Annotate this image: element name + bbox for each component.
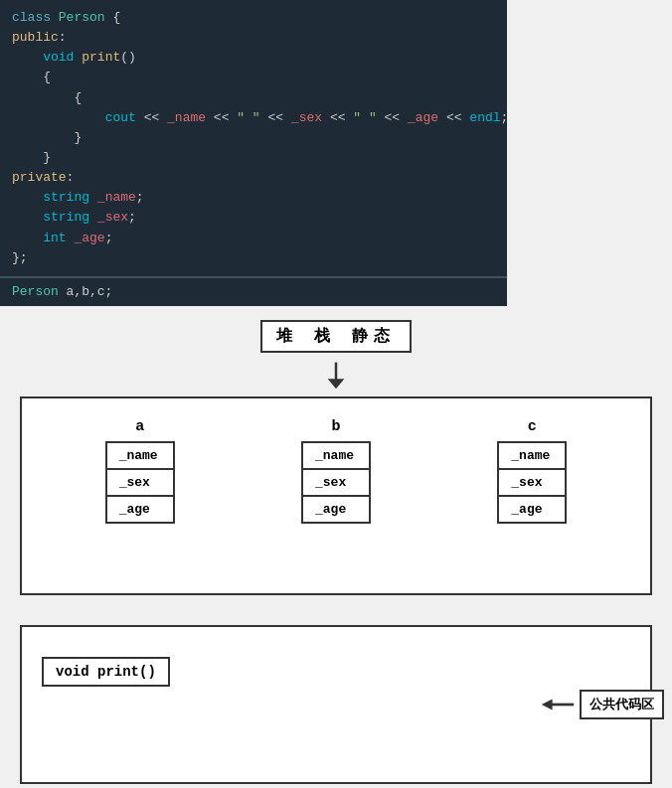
code-line-6: cout << _name << " " << _sex << " " << _…: [12, 108, 495, 128]
object-a-name-field: _name: [105, 441, 175, 470]
code-line-2: public:: [12, 28, 495, 48]
object-c-label: c: [528, 418, 537, 435]
code-line-13: };: [12, 248, 495, 268]
arrow-down: [10, 361, 662, 391]
object-a-sex-field: _sex: [105, 468, 175, 497]
person-declaration-line: Person a,b,c;: [0, 278, 507, 306]
heap-stack-static-label: 堆 栈 静态: [260, 320, 411, 353]
object-b-label: b: [331, 418, 340, 435]
svg-marker-3: [542, 700, 553, 710]
code-line-9: private:: [12, 168, 495, 188]
code-line-7: }: [12, 128, 495, 148]
code-line-3: void print(): [12, 48, 495, 68]
object-c-age-field: _age: [497, 495, 567, 524]
code-line-4: {: [12, 68, 495, 87]
object-a-age-field: _age: [105, 495, 175, 524]
public-code-label: 公共代码区: [540, 690, 664, 719]
brace-open: {: [112, 8, 120, 28]
object-c-name-field: _name: [497, 441, 567, 470]
arrow-left-icon: [540, 695, 576, 714]
code-line-11: string _sex;: [12, 208, 495, 228]
code-editor: class Person { public: void print() { { …: [0, 0, 507, 276]
diagram-section: 堆 栈 静态 a _name _sex _age b _name _sex _a…: [0, 306, 672, 605]
object-b-name-field: _name: [301, 441, 371, 470]
code-line-10: string _name;: [12, 188, 495, 208]
keyword-class: class: [12, 8, 59, 28]
object-b-age-field: _age: [301, 495, 371, 524]
class-name: Person: [59, 8, 113, 28]
code-line-12: int _age;: [12, 229, 495, 248]
heap-label-row: 堆 栈 静态: [10, 320, 662, 353]
code-line-person: Person a,b,c;: [12, 282, 495, 302]
code-line-8: }: [12, 148, 495, 168]
object-c-sex-field: _sex: [497, 468, 567, 497]
object-a: a _name _sex _age: [105, 418, 175, 522]
object-c: c _name _sex _age: [497, 418, 567, 522]
object-b-sex-field: _sex: [301, 468, 371, 497]
object-b: b _name _sex _age: [301, 418, 371, 522]
arrow-down-icon: [321, 361, 351, 391]
stack-box: a _name _sex _age b _name _sex _age c _n…: [20, 396, 652, 595]
code-line-1: class Person {: [12, 8, 495, 28]
code-line-5: {: [12, 88, 495, 108]
keyword-public: public: [12, 28, 59, 48]
public-code-box: 公共代码区: [580, 690, 664, 719]
svg-marker-1: [328, 379, 345, 389]
code-area-section: void print() 公共代码区: [0, 615, 672, 788]
object-a-label: a: [135, 418, 144, 435]
print-label: void print(): [42, 657, 170, 687]
